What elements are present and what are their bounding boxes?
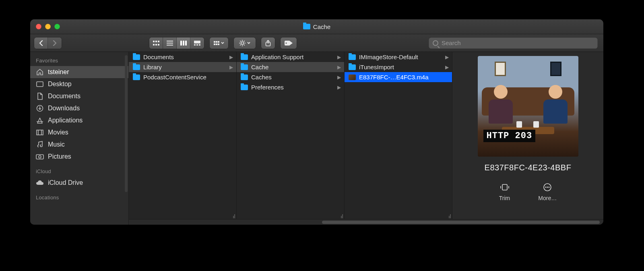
svg-line-27 — [240, 41, 241, 41]
list-item[interactable]: Preferences ▶ — [237, 82, 344, 92]
tag-icon — [284, 40, 293, 46]
view-mode-group — [149, 37, 204, 49]
item-label: Cache — [251, 64, 268, 70]
folder-icon — [133, 74, 140, 80]
action-menu-button[interactable] — [234, 37, 256, 49]
list-item[interactable]: IMImageStore-Default ▶ — [345, 52, 452, 62]
desktop-icon — [36, 81, 44, 88]
list-item[interactable]: Documents ▶ — [129, 52, 236, 62]
window-title: Cache — [30, 19, 603, 34]
finder-window: Cache — [30, 19, 603, 225]
movie-icon — [36, 129, 44, 136]
tags-button[interactable] — [281, 37, 297, 49]
item-label: PodcastContentService — [143, 74, 206, 81]
music-icon — [36, 141, 44, 148]
chevron-right-icon: ▶ — [229, 64, 233, 70]
svg-point-39 — [39, 156, 41, 158]
svg-rect-17 — [216, 41, 217, 43]
list-item[interactable]: Caches ▶ — [237, 72, 344, 82]
sidebar-item-pictures[interactable]: Pictures — [30, 151, 128, 163]
list-item[interactable]: iTunesImport ▶ — [345, 62, 452, 72]
chevron-down-icon — [247, 42, 250, 44]
more-button[interactable]: More… — [538, 183, 557, 201]
forward-button[interactable] — [48, 37, 62, 49]
list-item[interactable]: E837F8FC-…E4FC3.m4a — [345, 72, 452, 82]
svg-rect-15 — [199, 44, 200, 46]
chevron-down-icon — [221, 42, 224, 44]
svg-rect-35 — [37, 130, 43, 135]
sidebar-item-label: Applications — [48, 117, 83, 124]
svg-line-29 — [244, 41, 245, 41]
chevron-right-icon: ▶ — [337, 85, 341, 90]
back-button[interactable] — [34, 37, 48, 49]
trim-icon — [500, 183, 510, 192]
photo-icon — [36, 153, 44, 160]
sidebar-item-label: Movies — [48, 129, 68, 136]
more-label: More… — [538, 195, 557, 201]
zoom-button[interactable] — [54, 24, 60, 29]
share-group — [261, 37, 275, 49]
view-gallery-button[interactable] — [190, 37, 204, 49]
sidebar-item-movies[interactable]: Movies — [30, 126, 128, 139]
list-item[interactable]: PodcastContentService — [129, 72, 236, 82]
view-icon-button[interactable] — [149, 37, 163, 49]
view-columns-button[interactable] — [177, 37, 190, 49]
search-input[interactable] — [442, 39, 594, 46]
sidebar-item-label: Pictures — [48, 153, 71, 160]
svg-point-22 — [241, 41, 244, 44]
column-1: Documents ▶ Library ▶ PodcastContentServ… — [129, 52, 237, 219]
svg-point-43 — [547, 187, 548, 188]
share-button[interactable] — [261, 37, 275, 49]
apps-icon — [36, 117, 44, 124]
search-field[interactable] — [429, 37, 598, 49]
tags-group — [281, 37, 297, 49]
toolbar — [30, 34, 603, 52]
minimize-button[interactable] — [45, 24, 51, 29]
share-icon — [265, 40, 271, 46]
doc-icon — [36, 93, 44, 100]
home-icon — [36, 68, 44, 76]
sidebar-item-applications[interactable]: Applications — [30, 114, 128, 126]
list-item[interactable]: Application Support ▶ — [237, 52, 344, 62]
column-resize-handle[interactable] — [449, 214, 451, 218]
sidebar-item-downloads[interactable]: Downloads — [30, 102, 128, 114]
sidebar-item-music[interactable]: Music — [30, 139, 128, 151]
list-item[interactable]: Library ▶ — [129, 62, 236, 72]
item-label: Documents — [143, 54, 174, 60]
close-button[interactable] — [36, 24, 41, 29]
svg-rect-4 — [155, 44, 157, 46]
item-label: E837F8FC-…E4FC3.m4a — [359, 74, 429, 81]
window-title-text: Cache — [313, 23, 330, 30]
gear-icon — [239, 40, 246, 46]
view-list-button[interactable] — [163, 37, 177, 49]
sidebar-item-icloud-drive[interactable]: iCloud Drive — [30, 177, 128, 189]
trim-button[interactable]: Trim — [499, 183, 510, 201]
columns-area: Documents ▶ Library ▶ PodcastContentServ… — [129, 52, 603, 225]
column-resize-handle[interactable] — [233, 214, 235, 218]
folder-icon — [133, 64, 140, 70]
item-label: IMImageStore-Default — [359, 54, 418, 60]
sidebar-scrollbar[interactable] — [125, 55, 128, 192]
sidebar-item-tsteiner[interactable]: tsteiner — [30, 66, 128, 78]
body: Favorites tsteiner Desktop Documents Dow… — [30, 52, 603, 225]
horizontal-scrollbar[interactable] — [129, 219, 603, 225]
chevron-right-icon: ▶ — [229, 54, 233, 60]
svg-rect-7 — [167, 43, 173, 43]
item-label: Preferences — [251, 84, 284, 91]
column-resize-handle[interactable] — [341, 214, 343, 218]
chevron-right-icon: ▶ — [445, 54, 449, 60]
list-item[interactable]: Cache ▶ — [237, 62, 344, 72]
svg-rect-19 — [214, 43, 215, 45]
sidebar-item-label: Music — [48, 141, 65, 148]
artwork-image: HTTP 203 — [478, 56, 578, 157]
svg-rect-0 — [153, 41, 155, 42]
item-label: Library — [143, 64, 162, 70]
sidebar-item-documents[interactable]: Documents — [30, 90, 128, 102]
preview-thumbnail[interactable]: HTTP 203 — [478, 56, 578, 157]
scrollbar-thumb[interactable] — [322, 221, 600, 224]
search-icon — [433, 40, 438, 46]
sidebar-item-desktop[interactable]: Desktop — [30, 78, 128, 90]
sidebar-item-label: tsteiner — [48, 68, 69, 76]
chevron-right-icon: ▶ — [445, 64, 449, 70]
arrange-button[interactable] — [210, 37, 228, 49]
